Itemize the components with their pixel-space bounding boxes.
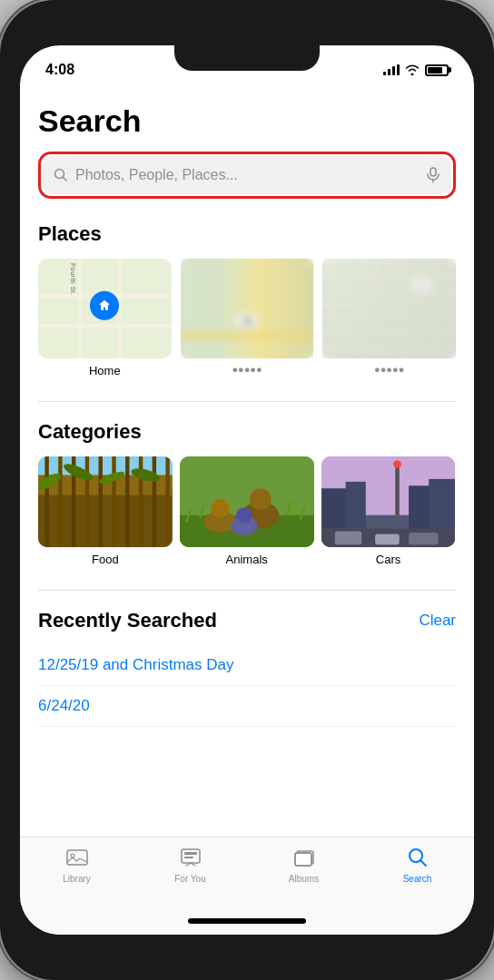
places-header: Places bbox=[38, 222, 456, 246]
svg-rect-39 bbox=[395, 462, 399, 515]
notch bbox=[174, 45, 320, 71]
category-img-food bbox=[38, 456, 173, 547]
svg-point-26 bbox=[250, 488, 272, 510]
for-you-icon bbox=[178, 845, 203, 870]
phone-frame: 4:08 bbox=[0, 0, 494, 980]
place-item-home[interactable]: Fourth St. Home bbox=[38, 259, 172, 377]
categories-section: Categories bbox=[38, 420, 456, 566]
search-placeholder: Photos, People, Places... bbox=[75, 167, 419, 183]
recently-header: Recently Searched Clear bbox=[38, 609, 456, 632]
svg-line-1 bbox=[64, 178, 67, 181]
albums-icon bbox=[291, 845, 317, 870]
places-grid: Fourth St. Home bbox=[38, 259, 456, 377]
svg-rect-38 bbox=[429, 479, 456, 529]
clear-button[interactable]: Clear bbox=[419, 612, 456, 630]
place-name-home: Home bbox=[89, 364, 121, 377]
svg-point-28 bbox=[236, 507, 252, 524]
place-map-3: 1 bbox=[322, 259, 456, 358]
search-tab-icon bbox=[405, 845, 430, 870]
svg-rect-44 bbox=[375, 534, 400, 544]
tab-library-label: Library bbox=[63, 874, 91, 884]
recently-title: Recently Searched bbox=[38, 609, 217, 632]
svg-rect-10 bbox=[85, 456, 89, 547]
svg-rect-8 bbox=[58, 456, 62, 547]
place-name-3: ●●●●● bbox=[374, 364, 404, 375]
phone-screen: 4:08 bbox=[20, 45, 474, 935]
svg-rect-46 bbox=[67, 850, 87, 865]
svg-rect-48 bbox=[182, 849, 200, 863]
place-map-2: 34 bbox=[181, 259, 314, 358]
svg-rect-36 bbox=[345, 482, 365, 529]
svg-point-24 bbox=[211, 499, 230, 518]
category-name-cars: Cars bbox=[376, 553, 400, 566]
svg-rect-11 bbox=[99, 456, 103, 547]
home-indicator[interactable] bbox=[188, 918, 306, 924]
microphone-icon bbox=[426, 167, 440, 183]
svg-rect-50 bbox=[184, 857, 193, 858]
categories-header: Categories bbox=[38, 420, 456, 444]
category-cars[interactable]: Cars bbox=[321, 456, 456, 566]
category-name-animals: Animals bbox=[226, 553, 268, 566]
place-name-2: ●●●●● bbox=[232, 364, 262, 375]
search-bar-highlight: Photos, People, Places... bbox=[38, 152, 456, 199]
svg-rect-15 bbox=[153, 456, 156, 547]
svg-point-40 bbox=[393, 460, 401, 468]
search-bar[interactable]: Photos, People, Places... bbox=[43, 156, 451, 194]
categories-grid: Food bbox=[38, 456, 456, 566]
tab-search[interactable]: Search bbox=[361, 845, 474, 884]
search-bar-wrapper: Photos, People, Places... bbox=[38, 152, 456, 199]
battery-icon bbox=[425, 64, 449, 76]
svg-rect-2 bbox=[430, 168, 436, 176]
tab-albums-label: Albums bbox=[289, 874, 319, 884]
main-content: Search Photos, People, Places... bbox=[20, 85, 474, 837]
svg-rect-35 bbox=[321, 488, 349, 528]
recently-searched-section: Recently Searched Clear 12/25/19 and Chr… bbox=[38, 609, 456, 727]
place-item-2[interactable]: 34 ●●●●● bbox=[181, 259, 314, 377]
category-img-animals bbox=[180, 456, 314, 547]
place-item-3[interactable]: 1 ●●●●● bbox=[322, 259, 456, 377]
tab-albums[interactable]: Albums bbox=[247, 845, 361, 884]
category-food[interactable]: Food bbox=[38, 456, 173, 566]
tab-search-label: Search bbox=[403, 874, 432, 884]
places-section: Places Fourth St. bbox=[38, 222, 456, 377]
category-animals[interactable]: Animals bbox=[180, 456, 314, 566]
tab-library[interactable]: Library bbox=[20, 845, 133, 884]
svg-rect-7 bbox=[44, 456, 48, 547]
svg-line-55 bbox=[420, 861, 426, 867]
tab-for-you[interactable]: For You bbox=[133, 845, 247, 884]
page-title: Search bbox=[38, 103, 456, 139]
signal-icon bbox=[383, 64, 400, 75]
divider-2 bbox=[38, 590, 456, 591]
svg-rect-16 bbox=[165, 456, 169, 547]
wifi-icon bbox=[405, 64, 420, 75]
divider-1 bbox=[38, 401, 456, 402]
svg-rect-12 bbox=[112, 456, 115, 547]
status-time: 4:08 bbox=[45, 62, 74, 78]
svg-rect-13 bbox=[125, 456, 129, 547]
recent-item-1[interactable]: 12/25/19 and Christmas Day bbox=[38, 645, 456, 686]
category-name-food: Food bbox=[92, 553, 119, 566]
svg-rect-43 bbox=[334, 532, 361, 545]
svg-rect-52 bbox=[295, 853, 311, 866]
recent-item-2[interactable]: 6/24/20 bbox=[38, 686, 456, 727]
svg-rect-49 bbox=[184, 852, 197, 855]
search-icon bbox=[54, 168, 68, 182]
home-pin bbox=[90, 291, 119, 320]
tab-for-you-label: For You bbox=[174, 874, 205, 884]
category-img-cars bbox=[321, 456, 456, 547]
library-icon bbox=[64, 845, 90, 870]
tab-bar: Library For You bbox=[20, 837, 474, 913]
place-map-home: Fourth St. bbox=[38, 259, 172, 358]
svg-rect-45 bbox=[409, 533, 439, 544]
status-icons bbox=[383, 64, 449, 76]
